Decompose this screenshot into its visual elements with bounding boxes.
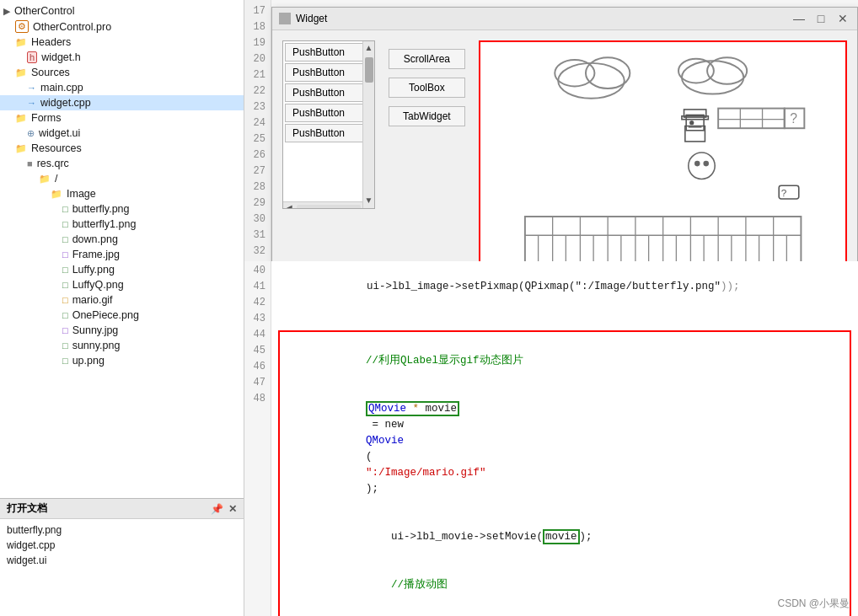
tree-item-down-png[interactable]: □ down.png [0,232,244,247]
code-line-strip: 40 41 42 43 44 45 46 47 48 ui->lbl_image… [244,261,858,616]
folder-icon: 📁 [15,37,27,48]
maximize-button[interactable]: □ [813,11,829,26]
tree-label-sources: Sources [31,67,70,78]
widget-title: Widget [279,13,327,24]
list-item-2[interactable]: PushButton [285,63,373,82]
code-line-41 [278,311,851,327]
tree-item-resources[interactable]: 📁 Resources [0,141,244,156]
open-doc-butterfly.png[interactable]: butterfly.png [0,522,244,538]
minimize-button[interactable]: — [791,11,807,26]
tree-item-frame-jpg[interactable]: □ Frame.jpg [0,247,244,262]
tree-item-slash[interactable]: 📁 / [0,171,244,186]
tree-label-luffyq-png: LuffyQ.png [72,279,124,291]
tree-item-mario-gif[interactable]: □ mario.gif [0,292,244,308]
tree-label-luffy-png: Luffy.png [72,264,115,276]
tree-label-sunny-jpg: Sunny.jpg [72,324,119,336]
img-icon: □ [62,234,68,244]
list-item-3[interactable]: PushButton [285,83,373,102]
list-widget-items: PushButton PushButton PushButton PushBut… [283,41,374,201]
code-line-45: //播放动图 [290,561,839,609]
scroll-up-arrow[interactable]: ▲ [363,41,375,54]
open-docs-icons: 📌 ✕ [211,503,237,515]
right-panel: 17 18 19 20 21 22 23 24 25 26 27 28 29 3… [244,0,858,616]
tree-item-luffy-png[interactable]: □ Luffy.png [0,262,244,277]
panel-close-icon[interactable]: ✕ [228,503,237,515]
tree-item-forms[interactable]: 📁 Forms [0,110,244,126]
tree-item-widget-h[interactable]: h widget.h [0,50,244,65]
jpg-icon: □ [62,325,68,335]
tree-item-butterfly-png[interactable]: □ butterfly.png [0,201,244,217]
tree-item-main-cpp[interactable]: → main.cpp [0,80,244,95]
watermark: CSDN @小果曼 [777,597,850,611]
open-doc-widget.cpp[interactable]: widget.cpp [0,538,244,553]
scroll-thumb[interactable] [365,57,373,83]
code-line-40: ui->lbl_image->setPixmap(QPixmap(":/Imag… [278,263,851,311]
tree-item-res-qrc[interactable]: ■ res.qrc [0,156,244,171]
list-item-5[interactable]: PushButton [285,124,373,142]
tree-item-onepiece-png[interactable]: □ OnePiece.png [0,308,244,323]
hscroll-left-arrow[interactable]: ◀ [283,203,295,209]
list-item-1[interactable]: PushButton [285,43,373,62]
tree-label-headers: Headers [31,36,71,48]
tree-item-sunny-png[interactable]: □ sunny.png [0,338,244,353]
jpg-icon: □ [62,249,68,260]
tree-label-main-cpp: main.cpp [40,82,83,94]
tree-label-onepiece-png: OnePiece.png [72,309,139,321]
folder-icon: 📁 [15,143,27,154]
tree-item-up-png[interactable]: □ up.png [0,353,244,368]
code-box: //利用QLabel显示gif动态图片 QMovie * movie = new… [278,330,851,616]
img-icon: □ [62,310,68,320]
tree-label-sunny-png: sunny.png [72,340,121,351]
tree-item-headers[interactable]: 📁 Headers [0,35,244,50]
project-icon: ▶ [3,6,10,17]
tree-item-othercontrol-pro[interactable]: ⚙ OtherControl.pro [0,19,244,35]
folder-icon: 📁 [39,174,51,185]
tree-item-sunny-jpg[interactable]: □ Sunny.jpg [0,323,244,338]
folder-icon: 📁 [15,113,27,124]
scroll-area-button[interactable]: ScrollArea [389,49,465,69]
tree-item-othercontrol-root[interactable]: ▶ OtherControl [0,3,244,19]
tree-label-widget-ui: widget.ui [39,127,80,139]
tree-item-image-folder[interactable]: 📁 Image [0,186,244,201]
tree-label-othercontrol-root: OtherControl [14,5,75,17]
widget-content: PushButton PushButton PushButton PushBut… [272,30,857,275]
close-button[interactable]: ✕ [835,11,850,26]
widget-list-area: PushButton PushButton PushButton PushBut… [282,40,375,265]
img-icon: □ [62,280,68,290]
horizontal-scrollbar[interactable]: ◀ ▶ [283,201,374,209]
code-line-46: movie->start(); [290,609,839,616]
tree-item-sources[interactable]: 📁 Sources [0,65,244,80]
tree-label-resources: Resources [31,142,82,154]
top-line-numbers: 17 18 19 20 21 22 23 24 25 26 27 28 29 3… [244,0,271,261]
tree-label-butterfly-png: butterfly.png [72,203,130,215]
tree-item-butterfly1-png[interactable]: □ butterfly1.png [0,217,244,232]
tree-label-down-png: down.png [72,233,118,245]
open-doc-widget.ui[interactable]: widget.ui [0,553,244,568]
widget-image-inner: ? [480,42,845,263]
tree-label-frame-jpg: Frame.jpg [72,249,120,260]
cpp-icon: → [27,83,36,93]
tree-item-luffyq-png[interactable]: □ LuffyQ.png [0,277,244,292]
tree-label-widget-h: widget.h [41,51,81,63]
tabwidget-button[interactable]: TabWidget [389,106,465,126]
scroll-down-arrow[interactable]: ▼ [363,194,375,206]
list-widget[interactable]: PushButton PushButton PushButton PushBut… [282,40,375,209]
folder-icon: 📁 [51,189,62,200]
vertical-scrollbar[interactable]: ▲ ▼ [362,41,374,208]
pro-icon: ⚙ [15,20,29,33]
list-item-4[interactable]: PushButton [285,104,373,122]
svg-text:?: ? [790,111,797,126]
tree-label-widget-cpp: widget.cpp [40,97,91,109]
open-docs-panel: 打开文档 📌 ✕ butterfly.pngwidget.cppwidget.u… [0,498,244,616]
toolbox-button[interactable]: ToolBox [389,78,465,98]
svg-point-21 [694,161,700,167]
widget-win-controls: — □ ✕ [791,11,850,26]
tree-item-widget-ui[interactable]: ⊕ widget.ui [0,126,244,141]
tree-label-up-png: up.png [72,355,105,367]
panel-pin-icon[interactable]: 📌 [211,503,223,515]
widget-window-icon [279,13,291,24]
ui-icon: ⊕ [27,128,35,139]
tree-label-othercontrol-pro: OtherControl.pro [33,21,111,33]
tree-item-widget-cpp[interactable]: → widget.cpp [0,95,244,110]
img-icon: □ [62,340,68,351]
